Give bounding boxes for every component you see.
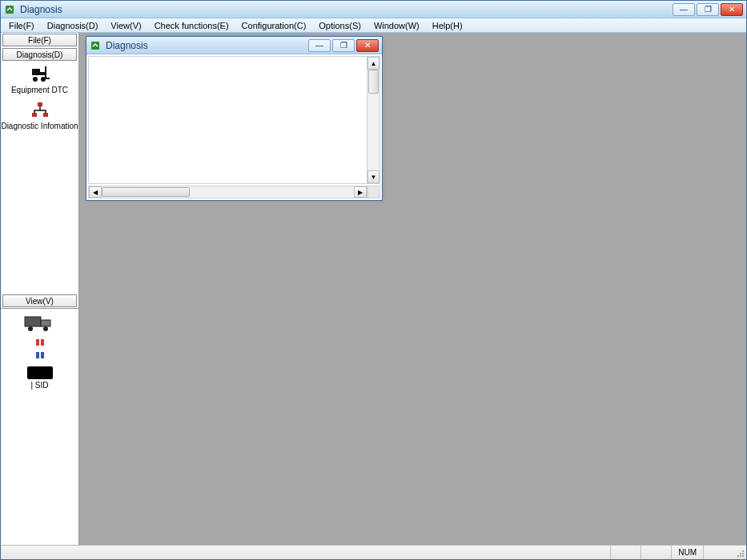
- menu-check-functions[interactable]: Check functions(E): [148, 18, 235, 32]
- hscroll-thumb[interactable]: [102, 187, 190, 197]
- svg-point-22: [737, 555, 739, 557]
- scroll-up-button[interactable]: ▲: [367, 57, 380, 70]
- statusbar-cell-1: [610, 546, 641, 559]
- svg-point-19: [742, 555, 744, 557]
- statusbar-num: NUM: [671, 546, 703, 559]
- sid-label: | SID: [30, 381, 48, 390]
- vscroll-thumb[interactable]: [368, 70, 379, 94]
- menu-options-label: Options(S): [319, 21, 361, 30]
- sid-device-icon: [27, 366, 53, 379]
- app-titlebar: Diagnosis — ❐ ✕: [1, 1, 746, 18]
- maximize-icon: ❐: [705, 6, 712, 14]
- child-titlebar[interactable]: Diagnosis — ❐ ✕: [86, 37, 382, 54]
- sidebar-view-pane: | SID: [1, 308, 78, 545]
- menu-help-label: Help(H): [432, 21, 463, 30]
- menu-check-functions-label: Check functions(E): [155, 21, 229, 30]
- sidebar-top-group: File(F) Diagnosis(D): [1, 33, 78, 62]
- svg-rect-10: [25, 317, 41, 326]
- menu-window-label: Window(W): [374, 21, 420, 30]
- app-window: Diagnosis — ❐ ✕ File(F) Diagnosis(D) Vie…: [0, 0, 747, 560]
- child-restore-button[interactable]: ❐: [332, 39, 355, 52]
- sidebar-item-diagnostic-info[interactable]: Diagnostic Infomation: [1, 101, 78, 130]
- menu-window[interactable]: Window(W): [367, 18, 426, 32]
- svg-point-20: [740, 555, 741, 557]
- svg-rect-16: [36, 352, 39, 358]
- menu-file-label: File(F): [9, 21, 34, 30]
- menu-configuration-label: Configuration(C): [242, 21, 307, 30]
- hscroll-row: ◀ ▶: [88, 186, 380, 198]
- scroll-left-button[interactable]: ◀: [89, 186, 102, 198]
- truck-icon: [23, 314, 57, 334]
- svg-rect-18: [91, 42, 99, 50]
- close-icon: ✕: [364, 42, 371, 50]
- menu-help[interactable]: Help(H): [426, 18, 469, 32]
- sidebar: File(F) Diagnosis(D): [1, 33, 79, 545]
- svg-point-12: [28, 326, 33, 331]
- work-area: File(F) Diagnosis(D): [1, 33, 746, 545]
- svg-rect-9: [43, 113, 48, 117]
- svg-rect-1: [32, 69, 40, 75]
- child-window-diagnosis: Diagnosis — ❐ ✕: [86, 36, 383, 201]
- sidebar-item-equipment-dtc[interactable]: Equipment DTC: [1, 65, 78, 94]
- child-minimize-button[interactable]: —: [308, 39, 331, 52]
- hierarchy-icon: [29, 101, 51, 120]
- child-title: Diagnosis: [106, 40, 308, 51]
- svg-point-3: [33, 77, 38, 82]
- scroll-down-button[interactable]: ▼: [367, 170, 380, 183]
- child-body: ▲ ▼: [88, 56, 380, 184]
- sidebar-file-button[interactable]: File(F): [2, 34, 77, 46]
- vscroll-track[interactable]: [367, 70, 380, 170]
- scroll-right-button[interactable]: ▶: [354, 186, 367, 198]
- close-icon: ✕: [729, 6, 735, 14]
- svg-point-24: [742, 550, 744, 552]
- hscroll-track[interactable]: [102, 186, 354, 198]
- menu-diagnosis-label: Diagnosis(D): [47, 21, 98, 30]
- minimize-icon: —: [315, 42, 323, 50]
- window-controls: — ❐ ✕: [673, 3, 743, 16]
- menu-view[interactable]: View(V): [104, 18, 147, 32]
- sidebar-view-button[interactable]: View(V): [2, 294, 77, 307]
- maximize-button[interactable]: ❐: [697, 3, 719, 16]
- menu-file[interactable]: File(F): [2, 18, 41, 32]
- app-title: Diagnosis: [20, 4, 673, 15]
- svg-point-23: [740, 553, 741, 554]
- statusbar-spacer: [1, 546, 610, 559]
- connector-icon-red: [33, 338, 47, 350]
- close-button[interactable]: ✕: [721, 3, 743, 16]
- menu-configuration[interactable]: Configuration(C): [235, 18, 313, 32]
- vertical-scrollbar[interactable]: ▲ ▼: [367, 57, 380, 183]
- child-close-button[interactable]: ✕: [356, 39, 379, 52]
- resize-grip[interactable]: [733, 546, 746, 559]
- svg-point-13: [43, 326, 48, 331]
- statusbar-cell-4: [703, 546, 733, 559]
- app-icon: [4, 4, 15, 15]
- child-icon: [90, 40, 101, 51]
- sidebar-diagnosis-button[interactable]: Diagnosis(D): [2, 48, 77, 61]
- child-window-controls: — ❐ ✕: [308, 39, 379, 52]
- sidebar-file-label: File(F): [28, 36, 51, 45]
- svg-rect-8: [32, 113, 37, 117]
- sidebar-item-label: Equipment DTC: [11, 86, 68, 94]
- menu-diagnosis[interactable]: Diagnosis(D): [41, 18, 105, 32]
- svg-rect-11: [41, 320, 50, 326]
- statusbar-cell-2: [641, 546, 671, 559]
- svg-point-21: [742, 553, 744, 554]
- sidebar-diagnosis-pane: Equipment DTC Diagnostic Infomation: [1, 62, 78, 294]
- svg-rect-2: [40, 72, 45, 75]
- statusbar: NUM: [1, 545, 746, 559]
- menubar: File(F) Diagnosis(D) View(V) Check funct…: [1, 18, 746, 33]
- svg-rect-5: [45, 66, 46, 79]
- menu-view-label: View(V): [110, 21, 141, 30]
- connector-icon-blue: [33, 350, 47, 363]
- resize-grip-icon: [735, 548, 745, 558]
- horizontal-scrollbar[interactable]: ◀ ▶: [88, 186, 367, 198]
- minimize-button[interactable]: —: [673, 3, 695, 16]
- child-content-area[interactable]: [89, 57, 367, 183]
- svg-rect-0: [6, 6, 14, 14]
- scroll-corner: [367, 186, 380, 198]
- svg-rect-7: [38, 102, 42, 106]
- menu-options[interactable]: Options(S): [312, 18, 367, 32]
- sidebar-diagnosis-label: Diagnosis(D): [17, 50, 63, 59]
- sidebar-view-label: View(V): [26, 297, 54, 306]
- restore-icon: ❐: [340, 42, 347, 50]
